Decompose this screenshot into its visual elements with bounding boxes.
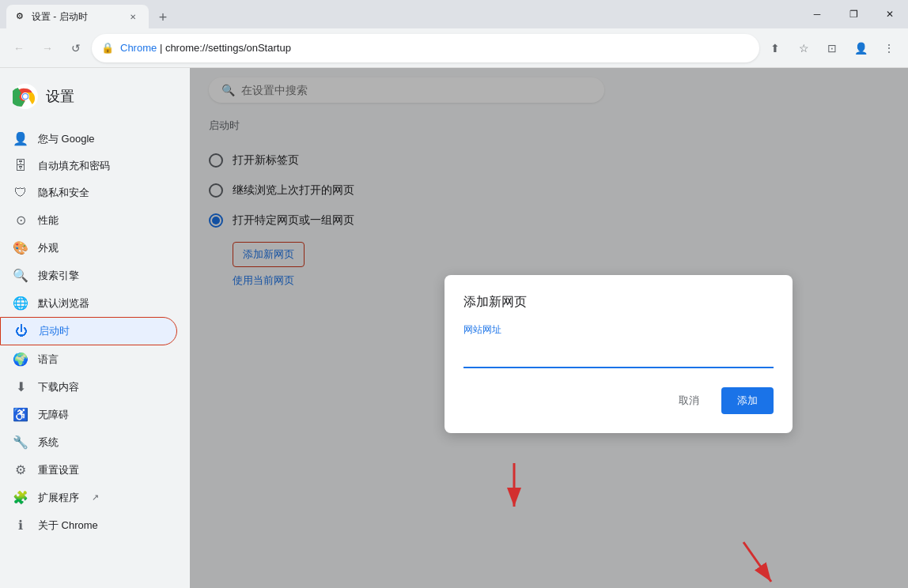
dialog-url-label: 网站网址 <box>463 323 774 337</box>
sidebar-label-google: 您与 Google <box>38 132 95 146</box>
sidebar-label-downloads: 下载内容 <box>38 380 79 394</box>
extensions-external-icon: ↗ <box>92 492 99 503</box>
share-button[interactable]: ⬆ <box>762 36 788 61</box>
window-controls: ─ ❐ ✕ <box>799 0 908 28</box>
autofill-icon: 🗄 <box>13 159 28 173</box>
dialog-url-input[interactable] <box>463 340 774 368</box>
sidebar-label-system: 系统 <box>38 435 59 450</box>
startup-icon: ⏻ <box>13 324 29 338</box>
sidebar-item-google[interactable]: 👤 您与 Google <box>0 125 177 153</box>
browser-icon: 🌐 <box>13 296 28 311</box>
profile-button[interactable]: 👤 <box>848 36 873 61</box>
close-button[interactable]: ✕ <box>872 0 908 28</box>
system-icon: 🔧 <box>13 435 28 450</box>
sidebar-item-downloads[interactable]: ⬇ 下载内容 <box>0 373 177 401</box>
sidebar-item-extensions[interactable]: 🧩 扩展程序 ↗ <box>0 484 177 511</box>
sidebar-item-autofill[interactable]: 🗄 自动填充和密码 <box>0 153 177 179</box>
search-engine-icon: 🔍 <box>13 268 28 283</box>
sidebar: 设置 👤 您与 Google 🗄 自动填充和密码 🛡 隐私和安全 ⊙ 性能 🎨 … <box>0 68 190 588</box>
main-layout: 设置 👤 您与 Google 🗄 自动填充和密码 🛡 隐私和安全 ⊙ 性能 🎨 … <box>0 68 908 588</box>
menu-button[interactable]: ⋮ <box>876 36 902 61</box>
restore-button[interactable]: ❐ <box>835 0 872 28</box>
chrome-logo-icon <box>13 84 38 109</box>
tab-title: 设置 - 启动时 <box>32 10 122 24</box>
reload-button[interactable]: ↺ <box>63 36 89 61</box>
sidebar-label-performance: 性能 <box>38 213 59 228</box>
sidebar-item-language[interactable]: 🌍 语言 <box>0 345 177 373</box>
tab-favicon: ⚙ <box>16 11 27 22</box>
url-chrome-label: Chrome <box>120 42 157 54</box>
address-actions: ⬆ ☆ ⊡ 👤 ⋮ <box>762 36 902 61</box>
google-icon: 👤 <box>13 131 28 146</box>
dialog-cancel-button[interactable]: 取消 <box>663 387 715 414</box>
sidebar-item-startup[interactable]: ⏻ 启动时 <box>0 317 177 345</box>
active-tab[interactable]: ⚙ 设置 - 启动时 ✕ <box>6 5 149 28</box>
sidebar-item-reset[interactable]: ⚙ 重置设置 <box>0 456 177 484</box>
sidebar-label-accessibility: 无障碍 <box>38 408 69 422</box>
svg-point-2 <box>23 94 28 99</box>
performance-icon: ⊙ <box>13 213 28 228</box>
minimize-button[interactable]: ─ <box>799 0 835 28</box>
address-bar: ← → ↺ 🔒 Chrome | chrome://settings/onSta… <box>0 28 908 68</box>
privacy-icon: 🛡 <box>13 186 28 200</box>
sidebar-label-extensions: 扩展程序 <box>38 491 79 505</box>
sidebar-item-browser[interactable]: 🌐 默认浏览器 <box>0 289 177 317</box>
content-area: 🔍 启动时 打开新标签页 继续浏览上次打开的网页 打开特定网页或一组网页 添加新… <box>190 68 908 588</box>
sidebar-item-about[interactable]: ℹ 关于 Chrome <box>0 511 177 539</box>
sidebar-label-language: 语言 <box>38 352 59 367</box>
url-path: chrome://settings/onStartup <box>165 42 291 54</box>
sidebar-label-search: 搜索引擎 <box>38 269 79 283</box>
sidebar-item-system[interactable]: 🔧 系统 <box>0 428 177 456</box>
downloads-icon: ⬇ <box>13 379 28 394</box>
bookmark-button[interactable]: ☆ <box>791 36 816 61</box>
about-icon: ℹ <box>13 518 28 533</box>
extensions-icon: 🧩 <box>13 490 28 505</box>
dialog-actions: 取消 添加 <box>463 387 774 414</box>
sidebar-item-search[interactable]: 🔍 搜索引擎 <box>0 262 177 289</box>
sidebar-label-startup: 启动时 <box>39 324 70 338</box>
sidebar-item-accessibility[interactable]: ♿ 无障碍 <box>0 401 177 428</box>
settings-header: 设置 <box>0 74 190 119</box>
add-page-dialog: 添加新网页 网站网址 取消 添加 <box>445 275 793 433</box>
dialog-title: 添加新网页 <box>463 294 774 311</box>
url-bar[interactable]: 🔒 Chrome | chrome://settings/onStartup <box>92 34 759 62</box>
sidebar-label-autofill: 自动填充和密码 <box>38 159 110 173</box>
settings-page-title: 设置 <box>46 87 74 106</box>
dialog-add-button[interactable]: 添加 <box>721 387 774 414</box>
sidebar-label-browser: 默认浏览器 <box>38 296 89 311</box>
accessibility-icon: ♿ <box>13 407 28 422</box>
tab-close-button[interactable]: ✕ <box>127 10 139 23</box>
sidebar-label-appearance: 外观 <box>38 241 59 255</box>
reset-icon: ⚙ <box>13 462 28 477</box>
sidebar-label-reset: 重置设置 <box>38 463 79 477</box>
url-separator: | <box>160 42 162 54</box>
url-text: Chrome | chrome://settings/onStartup <box>120 42 750 54</box>
sidebar-item-performance[interactable]: ⊙ 性能 <box>0 206 177 234</box>
new-tab-button[interactable]: + <box>152 6 174 28</box>
title-bar: ⚙ 设置 - 启动时 ✕ + ─ ❐ ✕ <box>0 0 908 28</box>
sidebar-label-about: 关于 Chrome <box>38 518 98 533</box>
forward-button[interactable]: → <box>35 36 60 61</box>
appearance-icon: 🎨 <box>13 240 28 255</box>
extend-button[interactable]: ⊡ <box>819 36 845 61</box>
tab-area: ⚙ 设置 - 启动时 ✕ + <box>6 0 174 28</box>
sidebar-item-appearance[interactable]: 🎨 外观 <box>0 234 177 262</box>
language-icon: 🌍 <box>13 352 28 367</box>
sidebar-label-privacy: 隐私和安全 <box>38 186 89 200</box>
url-lock-icon: 🔒 <box>101 42 114 54</box>
back-button[interactable]: ← <box>6 36 32 61</box>
sidebar-item-privacy[interactable]: 🛡 隐私和安全 <box>0 179 177 206</box>
